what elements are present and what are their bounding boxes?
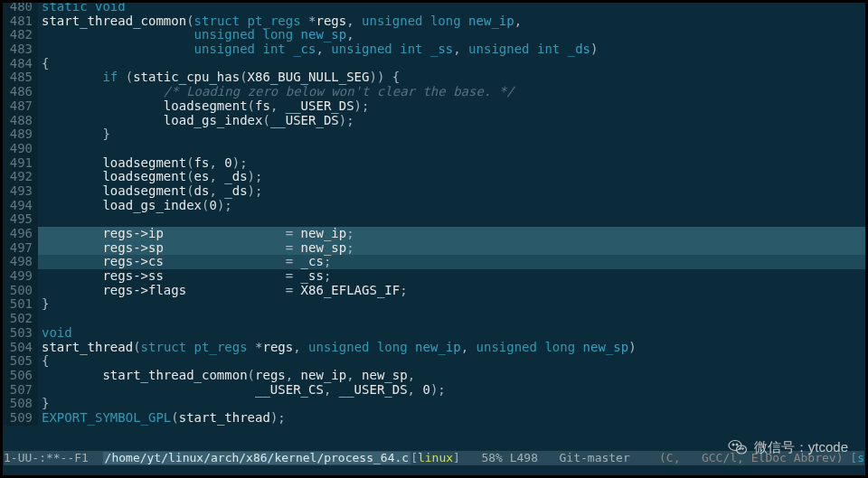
line-number: 484 bbox=[0, 57, 38, 71]
code-content[interactable]: } bbox=[38, 297, 868, 312]
code-line[interactable]: 497 regs->sp = new_sp; bbox=[0, 241, 868, 256]
code-line[interactable]: 486 /* Loading zero below won't clear th… bbox=[0, 85, 868, 99]
code-line[interactable]: 506 start_thread_common(regs, new_ip, ne… bbox=[0, 369, 868, 383]
code-line[interactable]: 490 bbox=[0, 142, 868, 156]
code-line[interactable]: 499 regs->ss = _ss; bbox=[0, 269, 868, 284]
code-content[interactable]: unsigned int _cs, unsigned int _ss, unsi… bbox=[38, 42, 868, 57]
code-content[interactable]: loadsegment(ds, _ds); bbox=[38, 184, 868, 199]
line-number: 493 bbox=[0, 184, 38, 199]
line-number: 486 bbox=[0, 85, 38, 99]
line-number: 480 bbox=[0, 0, 38, 14]
code-content[interactable] bbox=[38, 142, 868, 156]
code-line[interactable]: 500 regs->flags = X86_EFLAGS_IF; bbox=[0, 284, 868, 298]
line-number: 498 bbox=[0, 255, 38, 269]
code-content[interactable] bbox=[38, 212, 868, 227]
code-line[interactable]: 507 __USER_CS, __USER_DS, 0); bbox=[0, 383, 868, 398]
code-content[interactable]: regs->ss = _ss; bbox=[38, 269, 868, 284]
line-number: 495 bbox=[0, 212, 38, 227]
code-line[interactable]: 498 regs->cs = _cs; bbox=[0, 255, 868, 269]
line-number: 490 bbox=[0, 142, 38, 156]
code-line[interactable]: 491 loadsegment(fs, 0); bbox=[0, 156, 868, 171]
code-line[interactable]: 504start_thread(struct pt_regs *regs, un… bbox=[0, 341, 868, 355]
code-line[interactable]: 502 bbox=[0, 312, 868, 326]
svg-point-5 bbox=[742, 448, 743, 449]
line-number: 496 bbox=[0, 227, 38, 241]
code-line[interactable]: 495 bbox=[0, 212, 868, 227]
line-number: 488 bbox=[0, 114, 38, 128]
line-number: 482 bbox=[0, 28, 38, 42]
code-line[interactable]: 484{ bbox=[0, 57, 868, 71]
line-number: 485 bbox=[0, 70, 38, 85]
code-line[interactable]: 492 loadsegment(es, _ds); bbox=[0, 170, 868, 184]
code-line[interactable]: 481start_thread_common(struct pt_regs *r… bbox=[0, 14, 868, 29]
line-number: 505 bbox=[0, 354, 38, 369]
status-bracket-right: ] bbox=[453, 452, 460, 465]
code-content[interactable]: load_gs_index(0); bbox=[38, 199, 868, 213]
code-content[interactable]: loadsegment(fs, __USER_DS); bbox=[38, 99, 868, 114]
code-content[interactable]: } bbox=[38, 397, 868, 411]
line-number: 487 bbox=[0, 99, 38, 114]
code-line[interactable]: 503void bbox=[0, 326, 868, 341]
status-file-path: /home/yt/linux/arch/x86/kernel/process_6… bbox=[103, 452, 411, 465]
line-number: 507 bbox=[0, 383, 38, 398]
line-number: 508 bbox=[0, 397, 38, 411]
code-content[interactable] bbox=[38, 312, 868, 326]
code-content[interactable]: regs->ip = new_ip; bbox=[38, 227, 868, 241]
line-number: 499 bbox=[0, 269, 38, 284]
code-line[interactable]: 493 loadsegment(ds, _ds); bbox=[0, 184, 868, 199]
code-content[interactable]: loadsegment(fs, 0); bbox=[38, 156, 868, 171]
code-line[interactable]: 505{ bbox=[0, 354, 868, 369]
code-content[interactable]: /* Loading zero below won't clear the ba… bbox=[38, 85, 868, 99]
code-line[interactable]: 483 unsigned int _cs, unsigned int _ss, … bbox=[0, 42, 868, 57]
line-number: 501 bbox=[0, 297, 38, 312]
status-percent: 58% bbox=[460, 452, 510, 465]
svg-point-3 bbox=[736, 444, 738, 445]
code-line[interactable]: 501} bbox=[0, 297, 868, 312]
code-line[interactable]: 489 } bbox=[0, 127, 868, 142]
code-content[interactable]: load_gs_index(__USER_DS); bbox=[38, 114, 868, 128]
line-number: 481 bbox=[0, 14, 38, 29]
line-number: 492 bbox=[0, 170, 38, 184]
code-content[interactable]: regs->flags = X86_EFLAGS_IF; bbox=[38, 284, 868, 298]
code-content[interactable]: } bbox=[38, 127, 868, 142]
status-git-branch: Git-master bbox=[538, 452, 630, 465]
status-trailing: [s bbox=[850, 452, 864, 465]
status-project-tag: linux bbox=[418, 452, 453, 465]
code-content[interactable]: loadsegment(es, _ds); bbox=[38, 170, 868, 184]
code-content[interactable]: { bbox=[38, 57, 868, 71]
code-content[interactable]: if (static_cpu_has(X86_BUG_NULL_SEG)) { bbox=[38, 70, 868, 85]
code-line[interactable]: 480static void bbox=[0, 0, 868, 14]
code-content[interactable]: start_thread(struct pt_regs *regs, unsig… bbox=[38, 341, 868, 355]
code-line[interactable]: 482 unsigned long new_sp, bbox=[0, 28, 868, 42]
line-number: 506 bbox=[0, 369, 38, 383]
code-line[interactable]: 488 load_gs_index(__USER_DS); bbox=[0, 114, 868, 128]
code-content[interactable]: static void bbox=[38, 0, 868, 14]
line-number: 497 bbox=[0, 241, 38, 256]
svg-point-2 bbox=[732, 444, 734, 445]
code-line[interactable]: 494 load_gs_index(0); bbox=[0, 199, 868, 213]
code-content[interactable]: unsigned long new_sp, bbox=[38, 28, 868, 42]
code-line[interactable]: 509EXPORT_SYMBOL_GPL(start_thread); bbox=[0, 411, 868, 426]
code-content[interactable]: { bbox=[38, 354, 868, 369]
code-editor[interactable]: 480static void481start_thread_common(str… bbox=[0, 0, 868, 426]
code-content[interactable]: regs->sp = new_sp; bbox=[38, 241, 868, 256]
status-bracket-left: [ bbox=[410, 452, 418, 465]
line-number: 489 bbox=[0, 127, 38, 142]
code-line[interactable]: 485 if (static_cpu_has(X86_BUG_NULL_SEG)… bbox=[0, 70, 868, 85]
code-content[interactable]: regs->cs = _cs; bbox=[38, 255, 868, 269]
wechat-icon bbox=[727, 436, 749, 458]
code-content[interactable]: start_thread_common(regs, new_ip, new_sp… bbox=[38, 369, 868, 383]
code-line[interactable]: 487 loadsegment(fs, __USER_DS); bbox=[0, 99, 868, 114]
line-number: 483 bbox=[0, 42, 38, 57]
svg-point-4 bbox=[740, 448, 741, 449]
line-number: 491 bbox=[0, 156, 38, 171]
code-line[interactable]: 508} bbox=[0, 397, 868, 411]
code-content[interactable]: __USER_CS, __USER_DS, 0); bbox=[38, 383, 868, 398]
code-content[interactable]: void bbox=[38, 326, 868, 341]
code-content[interactable]: start_thread_common(struct pt_regs *regs… bbox=[38, 14, 868, 29]
watermark: 微信号：ytcode bbox=[727, 436, 848, 458]
code-content[interactable]: EXPORT_SYMBOL_GPL(start_thread); bbox=[38, 411, 868, 426]
code-line[interactable]: 496 regs->ip = new_ip; bbox=[0, 227, 868, 241]
line-number: 509 bbox=[0, 411, 38, 426]
line-number: 500 bbox=[0, 284, 38, 298]
